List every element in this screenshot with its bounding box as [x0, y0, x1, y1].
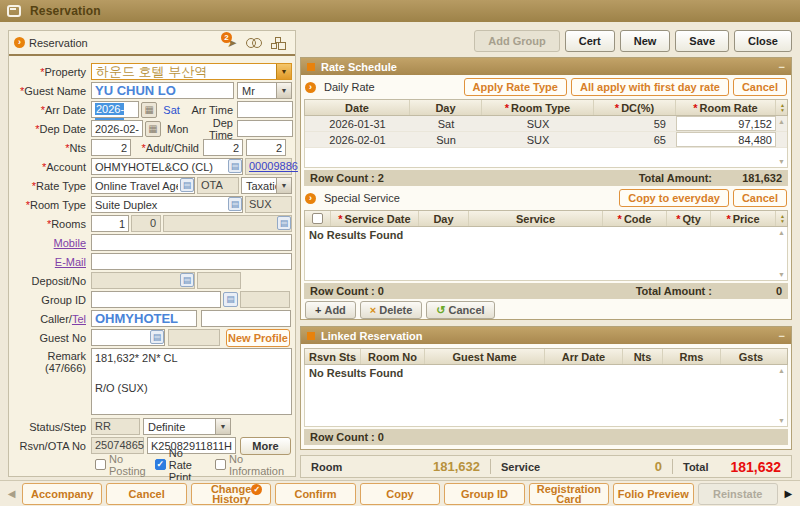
new-profile-button[interactable]: New Profile	[226, 329, 290, 347]
collapse-icon[interactable]: −	[779, 330, 785, 342]
new-button[interactable]: New	[620, 30, 671, 52]
rate-type-search-icon[interactable]: ▤	[180, 178, 194, 192]
delete-row-button[interactable]: ×Delete	[360, 301, 422, 319]
title-select[interactable]: Mr ▼	[237, 82, 292, 99]
chevron-down-icon[interactable]: ▼	[276, 64, 291, 79]
calendar-icon[interactable]: ▦	[145, 121, 161, 137]
copy-button[interactable]: Copy	[360, 483, 440, 505]
table-row[interactable]: 2026-02-01 Sun SUX 65 84,480	[305, 132, 787, 148]
taxation-select[interactable]: Taxation ▼	[241, 177, 292, 194]
mobile-input[interactable]	[91, 234, 292, 251]
table-row[interactable]: 2026-01-31 Sat SUX 59 97,152	[305, 116, 787, 132]
calendar-icon[interactable]: ▦	[141, 102, 157, 118]
col-service[interactable]: Service	[469, 211, 603, 226]
confirm-button[interactable]: Confirm	[275, 483, 355, 505]
col-room-type[interactable]: *Room Type	[482, 100, 594, 115]
change-history-button[interactable]: Change History✓	[191, 483, 271, 505]
cancel-button[interactable]: Cancel	[106, 483, 186, 505]
account-search-icon[interactable]: ▤	[228, 159, 242, 173]
undo-cancel-button[interactable]: ↺Cancel	[426, 301, 494, 319]
dep-time-input[interactable]	[237, 120, 293, 137]
nights-input[interactable]	[91, 139, 131, 156]
col-qty[interactable]: *Qty	[667, 211, 711, 226]
all-apply-first-day-button[interactable]: All apply with first day rate	[571, 78, 729, 96]
group-id-search-icon[interactable]: ▤	[223, 292, 238, 307]
email-link[interactable]: E-Mail	[55, 256, 86, 268]
no-posting-checkbox[interactable]: ✓	[95, 459, 106, 470]
step-select[interactable]: Definite ▼	[143, 418, 231, 435]
group-id-input[interactable]	[91, 291, 221, 308]
org-chart-icon[interactable]	[270, 37, 284, 49]
apply-rate-type-button[interactable]: Apply Rate Type	[464, 78, 567, 96]
col-room-no[interactable]: Room No	[361, 349, 425, 364]
room-search-icon[interactable]: ▤	[277, 216, 291, 230]
scroll-up-icon[interactable]: ▲	[778, 367, 785, 374]
room-type-input[interactable]	[91, 196, 243, 213]
adult-count-input[interactable]	[203, 139, 243, 156]
add-group-button[interactable]: Add Group	[474, 30, 559, 52]
rooms-count-input[interactable]	[91, 215, 129, 232]
navigate-icon[interactable]: ➤2	[227, 37, 237, 49]
room-type-search-icon[interactable]: ▤	[228, 197, 242, 211]
deposit-search-icon[interactable]: ▤	[180, 273, 194, 287]
chevron-down-icon[interactable]: ▼	[276, 178, 291, 193]
copy-to-everyday-button[interactable]: Copy to everyday	[619, 189, 729, 207]
tel-link[interactable]: Tel	[72, 313, 86, 325]
arr-date-input[interactable]: 2026-01-31	[91, 101, 139, 118]
col-arr-date[interactable]: Arr Date	[545, 349, 623, 364]
col-room-rate[interactable]: *Room Rate	[676, 100, 776, 115]
col-day[interactable]: Day	[419, 211, 469, 226]
arr-time-input[interactable]	[237, 101, 293, 118]
col-code[interactable]: *Code	[603, 211, 667, 226]
account-number-link[interactable]: 00009886	[249, 160, 298, 172]
scroll-up-icon[interactable]: ▲	[778, 229, 785, 236]
accompany-button[interactable]: Accompany	[22, 483, 102, 505]
select-all-checkbox[interactable]: ✓	[312, 213, 323, 224]
reinstate-button[interactable]: Reinstate	[698, 483, 778, 505]
col-day[interactable]: Day	[410, 100, 482, 115]
special-service-cancel-button[interactable]: Cancel	[733, 189, 787, 207]
next-page-icon[interactable]: ▶	[782, 488, 795, 499]
prev-page-icon[interactable]: ◀	[5, 488, 18, 499]
col-rms[interactable]: Rms	[663, 349, 721, 364]
close-button[interactable]: Close	[734, 30, 792, 52]
col-service-date[interactable]: *Service Date	[331, 211, 419, 226]
group-id-button[interactable]: Group ID	[444, 483, 524, 505]
remark-textarea[interactable]: 181,632* 2N* CL R/O (SUX) 2AD 2CH (Age: …	[91, 348, 292, 415]
collapse-icon[interactable]: −	[779, 61, 785, 73]
sort-icon[interactable]: ▲▼	[776, 211, 789, 226]
no-information-checkbox[interactable]: ✓	[215, 459, 226, 470]
scroll-down-icon[interactable]: ▼	[778, 271, 785, 278]
col-dc[interactable]: *DC(%)	[594, 100, 676, 115]
guest-no-search-icon[interactable]: ▤	[150, 330, 164, 344]
email-input[interactable]	[91, 253, 292, 270]
cert-button[interactable]: Cert	[565, 30, 615, 52]
child-count-input[interactable]	[246, 139, 286, 156]
col-price[interactable]: *Price	[711, 211, 776, 226]
chevron-down-icon[interactable]: ▼	[276, 83, 291, 98]
col-date[interactable]: Date	[305, 100, 410, 115]
account-input[interactable]	[91, 158, 243, 175]
add-row-button[interactable]: +Add	[305, 301, 356, 319]
caller-tel-input[interactable]	[201, 310, 291, 327]
scroll-down-icon[interactable]: ▼	[778, 158, 785, 165]
caller-input[interactable]	[91, 310, 197, 327]
property-select[interactable]: 하운드 호텔 부산역 ▼	[91, 63, 292, 80]
link-icon[interactable]	[246, 38, 261, 47]
scroll-down-icon[interactable]: ▼	[778, 417, 785, 424]
dep-date-input[interactable]	[91, 120, 143, 137]
col-nts[interactable]: Nts	[623, 349, 663, 364]
col-rsvn-sts[interactable]: Rsvn Sts	[305, 349, 361, 364]
no-rate-print-checkbox[interactable]: ✓	[155, 459, 166, 470]
guest-name-input[interactable]	[91, 82, 234, 99]
mobile-link[interactable]: Mobile	[54, 237, 86, 249]
daily-rate-cancel-button[interactable]: Cancel	[733, 78, 787, 96]
col-gsts[interactable]: Gsts	[721, 349, 781, 364]
save-button[interactable]: Save	[675, 30, 729, 52]
chevron-down-icon[interactable]: ▼	[215, 419, 230, 434]
folio-preview-button[interactable]: Folio Preview	[613, 483, 693, 505]
col-guest-name[interactable]: Guest Name	[425, 349, 545, 364]
scroll-up-icon[interactable]: ▲	[778, 118, 785, 125]
registration-card-button[interactable]: Registration Card	[529, 483, 609, 505]
col-select[interactable]: ✓	[305, 211, 331, 226]
